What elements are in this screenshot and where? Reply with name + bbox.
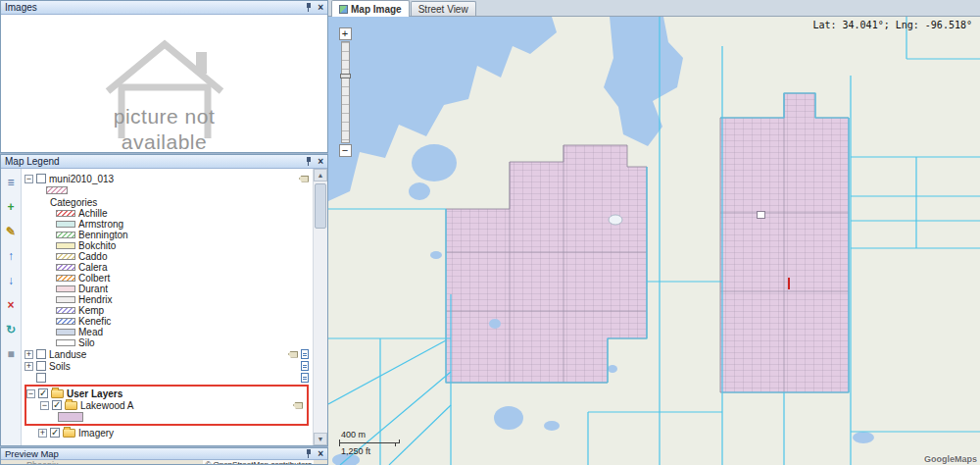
tab-label: Street View <box>418 4 468 15</box>
category-swatch <box>56 253 75 260</box>
expand-icon[interactable] <box>24 362 33 371</box>
muni2010_013-checkbox[interactable] <box>36 174 46 183</box>
category-row-caddo[interactable]: Caddo <box>24 251 313 262</box>
category-row-hendrix[interactable]: Hendrix <box>24 294 313 305</box>
add-layer-icon[interactable]: + <box>3 200 19 215</box>
category-label: Mead <box>78 327 103 337</box>
zoom-in-button[interactable] <box>339 27 352 40</box>
annotation-highlight-rect: User Layers Lakewood A <box>24 385 309 426</box>
layer-label[interactable]: Imagery <box>78 428 114 439</box>
layer-row-imagery[interactable]: Imagery <box>24 427 313 439</box>
images-panel-title: Images <box>5 2 305 13</box>
category-row-bennington[interactable]: Bennington <box>24 230 313 240</box>
legend-panel-header: Map Legend <box>1 155 327 169</box>
file-icon[interactable] <box>301 349 309 359</box>
tab-map-image[interactable]: Map Image <box>331 0 410 17</box>
tag-icon[interactable] <box>293 402 303 409</box>
zoom-slider-handle[interactable] <box>340 74 351 78</box>
zoom-slider[interactable] <box>341 41 350 143</box>
layer-label[interactable]: muni2010_013 <box>49 174 114 184</box>
edit-layer-icon[interactable]: ✎ <box>3 225 19 239</box>
category-row-mead[interactable]: Mead <box>24 327 313 337</box>
soils-checkbox[interactable] <box>36 361 46 371</box>
imagery-checkbox[interactable] <box>50 428 60 438</box>
layer-label[interactable]: Soils <box>49 361 71 372</box>
scrollbar-track[interactable] <box>314 181 327 433</box>
category-swatch <box>56 296 75 303</box>
preview-map-canvas[interactable]: Phoenix © OpenStreetMap contributors <box>1 460 327 464</box>
category-row-durant[interactable]: Durant <box>24 284 313 294</box>
placeholder-text-line2: available <box>1 130 327 152</box>
unnamed-layer-checkbox[interactable] <box>36 373 46 383</box>
collapse-icon[interactable] <box>26 389 35 398</box>
layer-row-muni2010_013[interactable]: muni2010_013 <box>24 173 313 184</box>
pin-icon[interactable] <box>305 156 313 167</box>
pin-icon[interactable] <box>305 448 313 459</box>
layers-panel-icon[interactable]: ≡ <box>3 176 19 190</box>
tag-icon[interactable] <box>288 351 298 358</box>
scroll-down-icon[interactable] <box>314 433 327 445</box>
layer-row-user-layers[interactable]: User Layers <box>26 388 307 399</box>
map-image-tab-icon <box>339 5 348 14</box>
cursor-coordinates: Lat: 34.041°; Lng: -96.518° <box>812 20 972 30</box>
lakewood-a-checkbox[interactable] <box>52 400 62 410</box>
category-swatch <box>56 232 75 238</box>
file-icon[interactable] <box>301 361 309 371</box>
image-placeholder: picture not available <box>1 15 327 152</box>
layer-row-unnamed[interactable] <box>24 372 313 384</box>
expand-icon[interactable] <box>38 429 47 438</box>
remove-data-icon[interactable]: × <box>3 298 19 313</box>
category-row-silo[interactable]: Silo <box>24 337 313 348</box>
folder-icon <box>65 401 77 410</box>
layer-label[interactable]: Lakewood A <box>80 400 134 411</box>
map-viewport[interactable]: Lat: 34.041°; Lng: -96.518° 400 m 1,250 … <box>328 17 980 465</box>
tab-street-view[interactable]: Street View <box>411 1 476 16</box>
layer-label[interactable]: Landuse <box>49 349 86 360</box>
close-icon[interactable] <box>318 449 323 459</box>
layer-row-lakewood-a[interactable]: Lakewood A <box>26 399 307 411</box>
scale-meters-label: 400 m <box>339 430 400 439</box>
collapse-icon[interactable] <box>40 401 49 410</box>
expand-icon[interactable] <box>24 350 33 359</box>
muni-swatch <box>46 186 68 194</box>
select-map-icon[interactable]: ■ <box>3 347 19 362</box>
scrollbar-thumb[interactable] <box>315 183 326 229</box>
lakewood-swatch <box>58 412 83 422</box>
category-row-kemp[interactable]: Kemp <box>24 305 313 316</box>
landuse-checkbox[interactable] <box>36 349 46 359</box>
collapse-icon[interactable] <box>24 175 33 183</box>
import-data-icon[interactable]: ↑ <box>3 249 19 264</box>
zoom-out-button[interactable] <box>339 144 352 157</box>
category-swatch <box>56 210 75 217</box>
export-data-icon[interactable]: ↓ <box>3 274 19 288</box>
category-row-bokchito[interactable]: Bokchito <box>24 240 313 251</box>
scroll-up-icon[interactable] <box>314 169 327 181</box>
left-dock: Images picture not available <box>0 0 328 465</box>
pin-icon[interactable] <box>305 2 313 13</box>
close-icon[interactable] <box>318 3 323 13</box>
tag-icon[interactable] <box>299 176 309 182</box>
images-panel: Images picture not available <box>0 0 328 153</box>
layer-row-landuse[interactable]: Landuse <box>24 348 313 360</box>
category-swatch <box>56 221 75 228</box>
close-icon[interactable] <box>318 157 323 167</box>
user-layers-checkbox[interactable] <box>38 388 48 398</box>
category-row-calera[interactable]: Calera <box>24 262 313 273</box>
category-label: Armstrong <box>78 219 123 230</box>
map-area: Map Image Street View <box>328 0 980 465</box>
application-window: Images picture not available <box>0 0 980 465</box>
file-icon[interactable] <box>301 373 309 383</box>
muni-symbol-row <box>24 184 313 196</box>
preview-panel-header: Preview Map <box>1 448 327 460</box>
category-row-colbert[interactable]: Colbert <box>24 273 313 284</box>
category-row-achille[interactable]: Achille <box>24 208 313 219</box>
category-row-armstrong[interactable]: Armstrong <box>24 219 313 230</box>
layer-label[interactable]: User Layers <box>67 388 122 399</box>
refresh-icon[interactable]: ↻ <box>3 323 19 337</box>
categories-heading: Categories <box>50 197 97 208</box>
layer-row-soils[interactable]: Soils <box>24 360 313 372</box>
folder-icon <box>51 389 64 398</box>
category-row-kenefic[interactable]: Kenefic <box>24 316 313 327</box>
category-label: Bennington <box>78 230 128 240</box>
legend-scrollbar[interactable] <box>313 169 327 445</box>
